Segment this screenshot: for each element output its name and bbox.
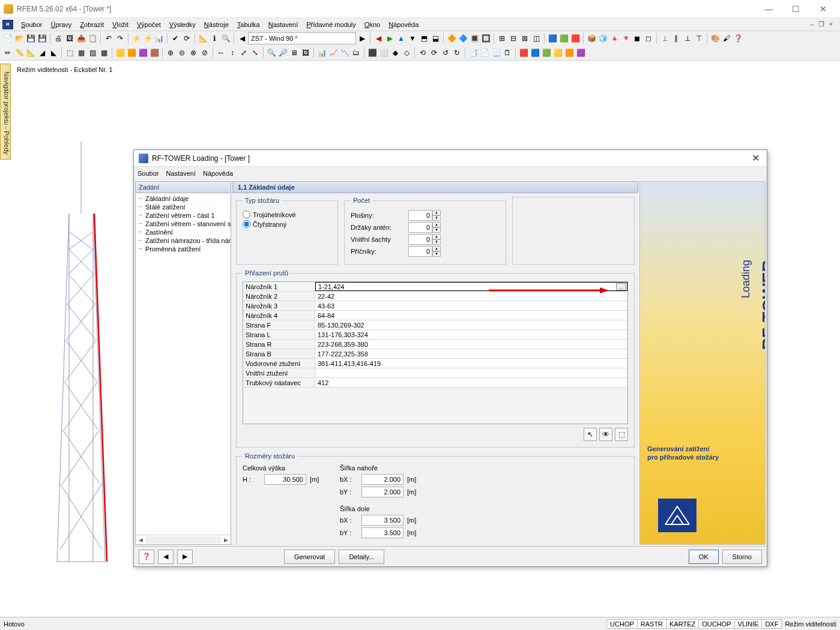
- by-bot-input[interactable]: [361, 527, 403, 538]
- tb-b3[interactable]: 🔳: [469, 33, 480, 44]
- menu-item[interactable]: Úpravy: [46, 20, 76, 29]
- tb2-24[interactable]: 🖥: [289, 47, 300, 58]
- tb2-38[interactable]: 📑: [468, 47, 479, 58]
- ok-button[interactable]: OK: [689, 550, 719, 564]
- dialog-menu-item[interactable]: Soubor: [137, 170, 159, 177]
- undo-button[interactable]: ↶: [103, 33, 114, 44]
- tb2-21[interactable]: ⤡: [250, 47, 261, 58]
- status-toggle[interactable]: OUCHOP: [698, 619, 734, 629]
- new-button[interactable]: 📄: [2, 33, 13, 44]
- tree-item[interactable]: Zastínění: [136, 228, 231, 236]
- tb-b4[interactable]: 🔲: [480, 33, 491, 44]
- help-tool-button[interactable]: ❓: [139, 550, 154, 564]
- table-row[interactable]: Nárožník 222-42: [243, 292, 627, 301]
- mdi-minimize-icon[interactable]: –: [808, 20, 816, 28]
- tb2-23[interactable]: 🔎: [277, 47, 288, 58]
- tb-f4[interactable]: ⊤: [693, 33, 704, 44]
- tb-c1[interactable]: ⊞: [497, 33, 507, 44]
- navigator-tab[interactable]: Navigátor projektu - Pohledy: [0, 64, 11, 160]
- tb2-16[interactable]: ⊗: [188, 47, 199, 58]
- next-tool-button[interactable]: ▶: [177, 550, 193, 564]
- generate-button[interactable]: Generovat: [284, 550, 335, 564]
- menu-item[interactable]: Zobrazit: [76, 20, 108, 29]
- tb2-15[interactable]: ⊖: [177, 47, 187, 58]
- search-button[interactable]: 🔍: [220, 33, 231, 44]
- tb2-40[interactable]: 📃: [491, 47, 501, 58]
- tb2-8[interactable]: ▨: [87, 47, 98, 58]
- tb2-5[interactable]: ◣: [48, 47, 59, 58]
- results-button[interactable]: 📊: [154, 33, 165, 44]
- regen-button[interactable]: ⟳: [181, 33, 192, 44]
- measure-button[interactable]: 📐: [198, 33, 208, 44]
- redo-button[interactable]: ↷: [115, 33, 125, 44]
- tb-d3[interactable]: 🟥: [570, 33, 581, 44]
- info-button[interactable]: ℹ: [209, 33, 220, 44]
- tb2-42[interactable]: 🟥: [518, 47, 529, 58]
- pick-button[interactable]: …: [616, 283, 626, 290]
- export-button[interactable]: 📤: [76, 33, 86, 44]
- tb-a4[interactable]: ▼: [407, 33, 418, 44]
- tb-a5[interactable]: ⬒: [418, 33, 429, 44]
- table-row[interactable]: Nárožník 464-84: [243, 311, 627, 320]
- maximize-button[interactable]: ☐: [782, 0, 809, 18]
- saveall-button[interactable]: 💾: [37, 33, 47, 44]
- printpreview-button[interactable]: 🖼: [64, 33, 75, 44]
- print-button[interactable]: 🖨: [53, 33, 64, 44]
- tb-e5[interactable]: ◼: [632, 33, 642, 44]
- tb-e2[interactable]: 🧊: [597, 33, 608, 44]
- tb-e6[interactable]: ◻: [643, 33, 654, 44]
- tb2-14[interactable]: ⊕: [165, 47, 176, 58]
- details-button[interactable]: Detaily...: [339, 550, 384, 564]
- spin-down-button[interactable]: ▼: [432, 239, 441, 245]
- tree-item[interactable]: Zatížení větrem - stanovení součinitelů: [136, 220, 231, 228]
- tb2-35[interactable]: ⟳: [429, 47, 440, 58]
- tb2-27[interactable]: 📈: [328, 47, 339, 58]
- tree-item[interactable]: Stálé zatížení: [136, 203, 231, 211]
- assignment-grid[interactable]: Nárožník 11-21,424…Nárožník 222-42Nárožn…: [243, 281, 628, 424]
- open-button[interactable]: 📂: [14, 33, 25, 44]
- tree-item[interactable]: Proměnná zatížení: [136, 245, 231, 253]
- menu-item[interactable]: Výsledky: [165, 20, 200, 29]
- tb2-46[interactable]: 🟧: [564, 47, 575, 58]
- table-row[interactable]: Strana L131-176,303-324: [243, 330, 627, 340]
- menu-item[interactable]: Nápověda: [384, 20, 423, 29]
- spin-down-button[interactable]: ▼: [432, 215, 441, 221]
- help-button[interactable]: ❓: [733, 33, 743, 44]
- table-row[interactable]: Vnitřní ztužení: [243, 368, 627, 378]
- tb2-11[interactable]: 🟧: [126, 47, 137, 58]
- tb2-2[interactable]: 📏: [14, 47, 25, 58]
- status-toggle[interactable]: UCHOP: [606, 619, 638, 629]
- table-row[interactable]: Trubkový nástavec412: [243, 378, 627, 388]
- tree-item[interactable]: Zatížení námrazou - třída námrazy: [136, 236, 231, 245]
- tb2-10[interactable]: 🟨: [115, 47, 125, 58]
- tb-g1[interactable]: 🎨: [710, 33, 721, 44]
- tb2-13[interactable]: 🟫: [149, 47, 160, 58]
- tb2-1[interactable]: ✏: [2, 47, 13, 58]
- lc-next-button[interactable]: ▶: [357, 33, 367, 44]
- count-input[interactable]: [408, 246, 432, 257]
- tb2-47[interactable]: 🟪: [575, 47, 586, 58]
- tb2-18[interactable]: ↔: [216, 47, 226, 58]
- tb2-6[interactable]: ⬚: [64, 47, 75, 58]
- tb-d2[interactable]: 🟩: [558, 33, 569, 44]
- tb-e3[interactable]: 🔺: [609, 33, 620, 44]
- table-row[interactable]: Nárožník 343-63: [243, 301, 627, 311]
- tb-g2[interactable]: 🖌: [721, 33, 732, 44]
- tb2-32[interactable]: ◆: [390, 47, 400, 58]
- spin-up-button[interactable]: ▲: [432, 246, 441, 251]
- tree-item[interactable]: Zatížení větrem - část 1: [136, 211, 231, 220]
- tb-f1[interactable]: ⟂: [659, 33, 670, 44]
- tb-a6[interactable]: ⬓: [430, 33, 441, 44]
- bx-top-input[interactable]: [361, 474, 403, 485]
- status-toggle[interactable]: DXF: [761, 619, 782, 629]
- spin-up-button[interactable]: ▲: [432, 222, 441, 227]
- tb2-36[interactable]: ↺: [440, 47, 451, 58]
- status-toggle[interactable]: KARTEZ: [666, 619, 699, 629]
- spin-down-button[interactable]: ▼: [432, 227, 441, 233]
- tb-a3[interactable]: ▲: [396, 33, 406, 44]
- spin-up-button[interactable]: ▲: [432, 210, 441, 215]
- dialog-menu-item[interactable]: Nápověda: [203, 170, 233, 177]
- menu-item[interactable]: Nástroje: [200, 20, 233, 29]
- close-button[interactable]: ✕: [809, 0, 836, 18]
- dialog-menu-item[interactable]: Nastavení: [166, 170, 196, 177]
